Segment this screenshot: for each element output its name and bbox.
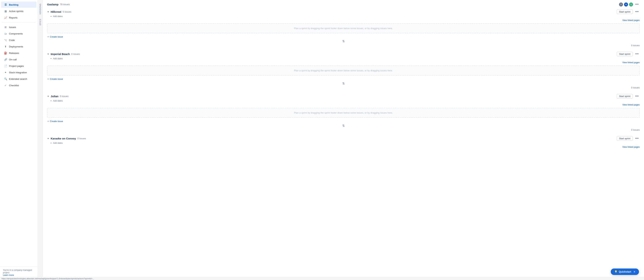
sidebar-item-on-call[interactable]: 🔗 On-call xyxy=(1,56,36,62)
sidebar-item-label: Extended search xyxy=(9,78,27,80)
gaslamp-header: Gaslamp 79 issues 7 71 1 ••• xyxy=(47,0,640,7)
sprint-julian-count: 0 issues xyxy=(60,95,68,98)
plus-icon: + xyxy=(48,120,49,122)
create-issue-label: Create issue xyxy=(50,78,63,80)
add-dates-link[interactable]: Add dates xyxy=(53,100,63,102)
sidebar-item-reports[interactable]: 📈 Reports xyxy=(1,14,36,21)
sprint-hillcrest-actions: Start sprint ••• xyxy=(617,10,640,14)
sidebar-item-backlog[interactable]: ☰ Backlog xyxy=(1,2,36,8)
sprint-hillcrest-title: Hillcrest xyxy=(51,10,61,13)
start-sprint-button[interactable]: Start sprint xyxy=(617,10,633,14)
sidebar-item-releases[interactable]: ⛽ Releases xyxy=(1,50,36,56)
sidebar-item-label: Components xyxy=(9,32,23,35)
sprint-hillcrest-meta: ✏ Add dates xyxy=(47,15,640,19)
sidebar-item-checklist[interactable]: ✓ Checklist xyxy=(1,82,36,88)
pencil-icon: ✏ xyxy=(50,100,52,102)
quickstart-icon: 💡 xyxy=(614,270,618,273)
create-issue-label: Create issue xyxy=(50,120,63,122)
add-dates-link[interactable]: Add dates xyxy=(53,142,63,144)
sprint-more-button[interactable]: ••• xyxy=(634,10,640,14)
view-linked-pages-link[interactable]: View linked pages xyxy=(47,103,640,107)
sidebar-item-label: Active sprints xyxy=(9,10,23,12)
sprint-more-button[interactable]: ••• xyxy=(634,136,640,141)
main-content: Gaslamp 79 issues 7 71 1 ••• ▼ Hillcrest… xyxy=(43,0,644,280)
sidebar-bottom: You're in a company-managed project Lear… xyxy=(0,266,38,278)
chevron-down-icon[interactable]: ▼ xyxy=(47,10,49,13)
sidebar-item-project-pages[interactable]: 📄 Project pages xyxy=(1,63,36,69)
versions-tab[interactable]: VERSIONS xyxy=(38,2,42,17)
start-sprint-button[interactable]: Start sprint xyxy=(617,52,633,56)
create-issue-row[interactable]: + Create issue xyxy=(47,118,640,123)
issues-count-right: 0 issues xyxy=(47,44,640,48)
sidebar-item-label: Deployments xyxy=(9,45,23,48)
sprint-hillcrest-count: 0 issues xyxy=(63,10,71,13)
gaslamp-more-button[interactable]: ••• xyxy=(634,2,640,7)
vertical-tabs: VERSIONS EPICS xyxy=(38,0,43,280)
releases-icon: ⛽ xyxy=(4,52,7,55)
sprint-separator: ⇅ xyxy=(47,39,640,44)
components-icon: 🗂 xyxy=(4,32,7,35)
pencil-icon: ✏ xyxy=(50,142,52,144)
sprint-karaoke-on-convoy: ▼ Karaoke on Convoy 0 issues Start sprin… xyxy=(47,134,640,149)
sidebar-item-label: Reports xyxy=(9,16,18,19)
sidebar-item-deployments[interactable]: ⬆ Deployments xyxy=(1,44,36,50)
sprint-julian-header: ▼ Julian 0 issues Start sprint ••• xyxy=(47,92,640,99)
checklist-icon: ✓ xyxy=(4,84,7,87)
chevron-down-icon[interactable]: ▼ xyxy=(47,137,49,140)
sprint-more-button[interactable]: ••• xyxy=(634,52,640,56)
badge-green: 1 xyxy=(629,2,633,6)
sprint-empty-area: Plan a sprint by dragging the sprint foo… xyxy=(47,23,640,33)
sprint-more-button[interactable]: ••• xyxy=(634,94,640,98)
view-linked-pages-link[interactable]: View linked pages xyxy=(47,19,640,23)
sidebar-item-components[interactable]: 🗂 Components xyxy=(1,30,36,37)
view-linked-pages-link[interactable]: View linked pages xyxy=(47,146,640,149)
sprint-julian: ▼ Julian 0 issues Start sprint ••• ✏ Add… xyxy=(47,92,640,133)
quickstart-close-icon[interactable]: ✕ xyxy=(634,270,636,273)
sprint-empty-text: Plan a sprint by dragging the sprint foo… xyxy=(294,69,393,72)
sprint-imperial-beach-count: 0 issues xyxy=(71,53,80,55)
sidebar-managed-text: You're in a company-managed project xyxy=(3,269,32,274)
quickstart-button[interactable]: 💡 Quickstart ✕ xyxy=(611,268,639,275)
sidebar-item-label: On-call xyxy=(9,58,17,61)
issues-count-right: 0 issues xyxy=(47,128,640,133)
pencil-icon: ✏ xyxy=(50,58,52,60)
start-sprint-button[interactable]: Start sprint xyxy=(617,136,633,141)
sprint-imperial-beach-actions: Start sprint ••• xyxy=(617,52,640,56)
sprint-separator: ⇅ xyxy=(47,81,640,86)
add-dates-link[interactable]: Add dates xyxy=(53,57,63,60)
sprint-imperial-beach-header: ▼ Imperial Beach 0 issues Start sprint •… xyxy=(47,50,640,57)
badge-blue: 71 xyxy=(624,2,628,6)
sidebar-item-active-sprints[interactable]: ▦ Active sprints xyxy=(1,8,36,14)
sprint-julian-title: Julian xyxy=(51,95,58,98)
sprint-empty-area: Plan a sprint by dragging the sprint foo… xyxy=(47,66,640,76)
chevron-down-icon[interactable]: ▼ xyxy=(47,95,49,98)
sidebar-item-issues[interactable]: ⊞ Issues xyxy=(1,24,36,30)
extended-search-icon: 🔍 xyxy=(4,77,7,80)
sprint-hillcrest: ▼ Hillcrest 0 issues Start sprint ••• ✏ … xyxy=(47,7,640,48)
sprint-karaoke-title: Karaoke on Convoy xyxy=(51,137,76,140)
sprint-empty-text: Plan a sprint by dragging the sprint foo… xyxy=(294,27,393,30)
sidebar: ☰ Backlog ▦ Active sprints 📈 Reports ⊞ I… xyxy=(0,0,38,280)
issues-count-right: 0 issues xyxy=(47,86,640,90)
sidebar-item-label: Code xyxy=(9,39,15,42)
start-sprint-button[interactable]: Start sprint xyxy=(617,94,633,98)
view-linked-pages-link[interactable]: View linked pages xyxy=(47,61,640,65)
active-sprints-icon: ▦ xyxy=(4,10,7,13)
chevron-down-icon[interactable]: ▼ xyxy=(47,53,49,55)
deployments-icon: ⬆ xyxy=(4,45,7,48)
sidebar-item-label: Project pages xyxy=(9,65,24,68)
learn-more-link[interactable]: Learn more xyxy=(3,274,14,276)
gaslamp-issue-count: 79 issues xyxy=(60,3,70,6)
sidebar-item-code[interactable]: ⌥ Code xyxy=(1,37,36,43)
add-dates-link[interactable]: Add dates xyxy=(53,15,63,18)
reports-icon: 📈 xyxy=(4,16,7,19)
create-issue-row[interactable]: + Create issue xyxy=(47,76,640,81)
epics-tab[interactable]: EPICS xyxy=(38,17,42,28)
sidebar-item-label: Backlog xyxy=(9,4,18,6)
sidebar-item-slack-integration[interactable]: ✦ Slack integration xyxy=(1,69,36,76)
sidebar-item-label: Checklist xyxy=(9,84,19,87)
sprint-empty-area: Plan a sprint by dragging the sprint foo… xyxy=(47,108,640,118)
create-issue-row[interactable]: + Create issue xyxy=(47,34,640,39)
sidebar-item-extended-search[interactable]: 🔍 Extended search xyxy=(1,76,36,82)
sprint-hillcrest-header: ▼ Hillcrest 0 issues Start sprint ••• xyxy=(47,7,640,15)
